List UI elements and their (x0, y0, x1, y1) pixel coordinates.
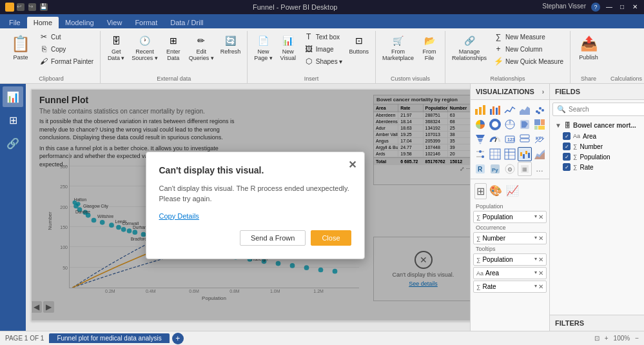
viz-icon-treemap[interactable] (532, 117, 547, 132)
new-quick-measure-button[interactable]: ⚡ New Quick Measure (491, 55, 566, 67)
copy-button[interactable]: ⎘ Copy (36, 43, 96, 55)
viz-icon-kpi[interactable]: KPI (532, 132, 547, 146)
image-button[interactable]: 🖼 Image (301, 43, 346, 55)
fit-page-icon[interactable]: ⊡ (594, 335, 600, 342)
tab-format[interactable]: Format (128, 17, 164, 28)
viz-icon-ribbon[interactable] (532, 147, 547, 161)
recent-sources-button[interactable]: 🕐 RecentSources ▾ (129, 31, 161, 63)
occurrence-field-val: ∑ Number (476, 235, 505, 242)
ribbon-share-content: 📤 Publish (574, 31, 603, 74)
new-visual-button[interactable]: 📊 NewVisual (277, 31, 300, 63)
fields-icon[interactable]: ⊞ (474, 183, 487, 199)
viz-icon-bar[interactable] (473, 103, 487, 117)
format-icon[interactable]: 🎨 (488, 183, 503, 199)
manage-relationships-button[interactable]: 🔗 ManageRelationships (449, 31, 489, 63)
viz-icon-card[interactable]: 123 (503, 132, 517, 146)
modal-copy-details-link[interactable]: Copy Details (159, 212, 351, 220)
tooltip-pop-chevron-icon[interactable]: ▾ (534, 256, 537, 263)
tooltip-area-chevron-icon[interactable]: ▾ (534, 270, 537, 277)
from-file-button[interactable]: 📂 FromFile (418, 31, 441, 63)
field-item-number[interactable]: ✓ ∑ Number (552, 141, 644, 152)
publish-label: Publish (579, 54, 598, 61)
fields-search-box[interactable]: 🔍 (552, 103, 644, 116)
restore-btn[interactable]: □ (618, 3, 626, 10)
population-remove-icon[interactable]: ✕ (538, 213, 543, 221)
viz-icon-custom1[interactable]: ⚙ (503, 162, 517, 176)
tab-data-drill[interactable]: Data / Drill (164, 17, 210, 28)
svg-rect-3 (490, 109, 492, 115)
zoom-out-icon[interactable]: − (635, 335, 639, 342)
viz-icon-table[interactable] (488, 147, 502, 161)
send-frown-button[interactable]: Send a Frown (240, 230, 306, 246)
copy-label: Copy (51, 46, 66, 53)
minimize-btn[interactable]: — (605, 3, 613, 10)
viz-panel-expand-icon[interactable]: › (542, 88, 544, 95)
new-column-button[interactable]: + New Column (491, 43, 566, 55)
text-box-button[interactable]: T Text box (301, 31, 346, 43)
search-icon: 🔍 (557, 105, 566, 113)
report-view-icon[interactable]: 📊 (3, 86, 23, 107)
viz-icon-more[interactable]: … (532, 162, 547, 176)
viz-icon-slicer[interactable] (473, 147, 487, 161)
occurrence-chevron-icon[interactable]: ▾ (534, 235, 537, 242)
modal-overlay[interactable]: ✕ Can't display this visual. Can't displ… (32, 90, 470, 320)
tooltip-area-remove-icon[interactable]: ✕ (538, 270, 543, 277)
refresh-button[interactable]: 🔄 Refresh (218, 31, 244, 57)
tooltip-rate-chevron-icon[interactable]: ▾ (534, 283, 537, 290)
tab-view[interactable]: View (101, 17, 129, 28)
viz-icon-r[interactable]: R (473, 162, 487, 176)
get-data-button[interactable]: 🗄 GetData ▾ (104, 31, 128, 63)
paste-button[interactable]: 📋 Paste (6, 31, 35, 63)
tab-modeling[interactable]: Modeling (59, 17, 101, 28)
field-item-rate[interactable]: ✓ ∑ Rate (552, 162, 644, 172)
viz-icon-gauge[interactable] (488, 132, 502, 146)
model-view-icon[interactable]: 🔗 (3, 133, 23, 153)
enter-data-button[interactable]: ⊞ EnterData (162, 31, 185, 63)
viz-icon-area[interactable] (518, 103, 532, 117)
buttons-button[interactable]: ⊡ Buttons (346, 31, 371, 57)
viz-icon-scatter[interactable] (532, 103, 547, 117)
close-btn[interactable]: ✕ (631, 3, 639, 10)
viz-icon-donut[interactable] (488, 117, 502, 132)
viz-icon-column[interactable] (488, 103, 502, 117)
tab-file[interactable]: File (3, 17, 27, 28)
field-item-area[interactable]: ✓ Aa Area (552, 131, 644, 141)
shapes-button[interactable]: ⬡ Shapes ▾ (301, 55, 346, 67)
format-painter-button[interactable]: 🖌 Format Painter (36, 55, 96, 67)
field-group-header[interactable]: ▼ 🗄 Bowel cancer mort... (552, 120, 644, 131)
new-page-button[interactable]: 📄 NewPage ▾ (251, 31, 275, 63)
zoom-in-icon[interactable]: + (605, 335, 609, 342)
svg-rect-4 (493, 106, 494, 115)
viz-icon-filled-map[interactable] (518, 117, 532, 132)
viz-icon-multi-row-card[interactable] (518, 132, 532, 146)
viz-icon-map[interactable] (503, 117, 517, 132)
close-button[interactable]: Close (311, 230, 351, 246)
viz-icon-matrix[interactable] (503, 147, 517, 161)
viz-icon-line[interactable] (503, 103, 517, 117)
viz-icon-pie[interactable] (473, 117, 487, 132)
help-btn[interactable]: ? (591, 3, 600, 12)
field-item-population[interactable]: ✓ ∑ Population (552, 152, 644, 162)
edit-queries-button[interactable]: ✏ EditQueries ▾ (186, 31, 217, 63)
cut-button[interactable]: ✂ Cut (36, 31, 96, 43)
from-marketplace-icon: 🛒 (390, 33, 405, 48)
viz-icon-waterfall[interactable] (518, 147, 532, 161)
search-input[interactable] (569, 106, 644, 113)
analytics-icon[interactable]: 📈 (505, 183, 520, 199)
new-measure-button[interactable]: ∑ New Measure (491, 31, 566, 43)
data-view-icon[interactable]: ⊞ (3, 110, 23, 130)
population-chevron-icon[interactable]: ▾ (534, 213, 537, 221)
modal-close-button[interactable]: ✕ (348, 159, 356, 171)
status-tab[interactable]: Funnel plot for medical data analysis (49, 333, 169, 343)
add-page-button[interactable]: + (172, 333, 184, 344)
publish-button[interactable]: 📤 Publish (574, 31, 603, 63)
external-data-group-label: External data (157, 74, 191, 83)
viz-icon-py[interactable]: Py (488, 162, 502, 176)
tooltip-rate-remove-icon[interactable]: ✕ (538, 283, 543, 290)
from-marketplace-button[interactable]: 🛒 FromMarketplace (380, 31, 416, 63)
occurrence-remove-icon[interactable]: ✕ (538, 235, 543, 242)
tooltip-pop-remove-icon[interactable]: ✕ (538, 256, 543, 263)
tab-home[interactable]: Home (27, 17, 59, 28)
viz-icon-funnel[interactable] (473, 132, 487, 146)
viz-icon-custom2[interactable]: ▦ (518, 162, 532, 176)
